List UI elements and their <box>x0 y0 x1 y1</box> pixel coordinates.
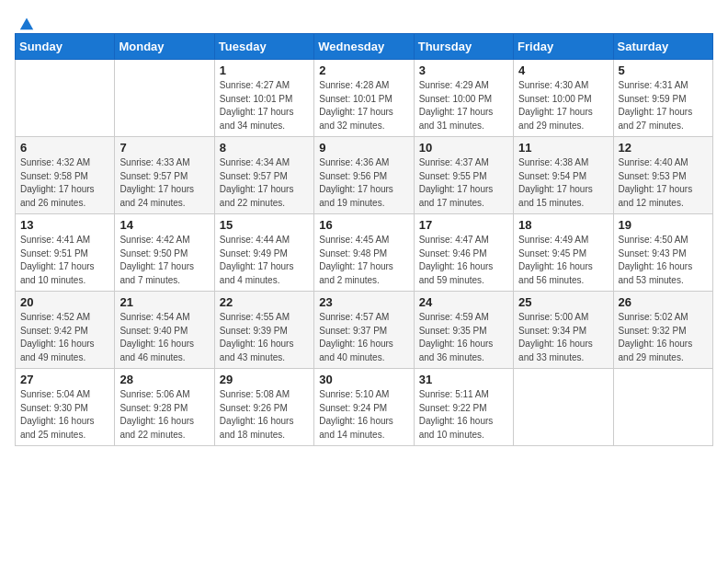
day-number: 24 <box>419 295 508 309</box>
calendar-cell: 12Sunrise: 4:40 AM Sunset: 9:53 PM Dayli… <box>613 137 712 214</box>
calendar-cell: 11Sunrise: 4:38 AM Sunset: 9:54 PM Dayli… <box>514 137 613 214</box>
calendar-cell: 23Sunrise: 4:57 AM Sunset: 9:37 PM Dayli… <box>314 292 414 369</box>
calendar-cell: 31Sunrise: 5:11 AM Sunset: 9:22 PM Dayli… <box>414 369 513 446</box>
calendar-cell: 13Sunrise: 4:41 AM Sunset: 9:51 PM Dayli… <box>16 214 115 292</box>
calendar-cell: 9Sunrise: 4:36 AM Sunset: 9:56 PM Daylig… <box>314 137 414 214</box>
day-number: 21 <box>119 295 209 309</box>
weekday-header: Saturday <box>613 34 712 60</box>
day-number: 10 <box>419 141 508 155</box>
day-info: Sunrise: 4:52 AM Sunset: 9:42 PM Dayligh… <box>20 311 109 364</box>
calendar-week-row: 1Sunrise: 4:27 AM Sunset: 10:01 PM Dayli… <box>16 60 713 137</box>
day-info: Sunrise: 4:33 AM Sunset: 9:57 PM Dayligh… <box>119 156 209 210</box>
calendar-cell: 28Sunrise: 5:06 AM Sunset: 9:28 PM Dayli… <box>115 369 214 446</box>
day-number: 9 <box>319 141 408 155</box>
calendar-cell: 17Sunrise: 4:47 AM Sunset: 9:46 PM Dayli… <box>414 214 513 292</box>
day-number: 19 <box>619 218 708 232</box>
day-info: Sunrise: 4:57 AM Sunset: 9:37 PM Dayligh… <box>319 311 408 364</box>
day-info: Sunrise: 4:29 AM Sunset: 10:00 PM Daylig… <box>419 79 508 132</box>
calendar-cell: 18Sunrise: 4:49 AM Sunset: 9:45 PM Dayli… <box>514 214 613 292</box>
calendar-cell: 19Sunrise: 4:50 AM Sunset: 9:43 PM Dayli… <box>613 214 712 292</box>
day-info: Sunrise: 5:00 AM Sunset: 9:34 PM Dayligh… <box>518 311 608 364</box>
day-info: Sunrise: 5:11 AM Sunset: 9:22 PM Dayligh… <box>419 388 508 442</box>
day-number: 22 <box>220 295 309 309</box>
day-number: 17 <box>419 218 508 232</box>
day-info: Sunrise: 5:08 AM Sunset: 9:26 PM Dayligh… <box>220 388 309 442</box>
weekday-header: Tuesday <box>214 34 313 60</box>
calendar-cell: 6Sunrise: 4:32 AM Sunset: 9:58 PM Daylig… <box>16 137 115 214</box>
day-info: Sunrise: 4:37 AM Sunset: 9:55 PM Dayligh… <box>419 156 508 210</box>
day-number: 5 <box>619 63 708 77</box>
day-number: 26 <box>619 295 708 309</box>
day-number: 7 <box>119 141 209 155</box>
calendar-table: SundayMondayTuesdayWednesdayThursdayFrid… <box>15 33 713 446</box>
day-number: 6 <box>20 141 109 155</box>
calendar-cell: 30Sunrise: 5:10 AM Sunset: 9:24 PM Dayli… <box>314 369 414 446</box>
day-number: 18 <box>518 218 608 232</box>
calendar-cell: 26Sunrise: 5:02 AM Sunset: 9:32 PM Dayli… <box>613 292 712 369</box>
day-number: 2 <box>319 63 408 77</box>
logo-triangle-icon <box>18 15 35 31</box>
calendar-cell: 24Sunrise: 4:59 AM Sunset: 9:35 PM Dayli… <box>414 292 513 369</box>
day-info: Sunrise: 5:10 AM Sunset: 9:24 PM Dayligh… <box>319 388 408 442</box>
weekday-header: Sunday <box>16 34 115 60</box>
day-info: Sunrise: 4:59 AM Sunset: 9:35 PM Dayligh… <box>419 311 508 364</box>
calendar-week-row: 6Sunrise: 4:32 AM Sunset: 9:58 PM Daylig… <box>16 137 713 214</box>
day-info: Sunrise: 4:34 AM Sunset: 9:57 PM Dayligh… <box>220 156 309 210</box>
day-number: 13 <box>20 218 109 232</box>
calendar-cell: 10Sunrise: 4:37 AM Sunset: 9:55 PM Dayli… <box>414 137 513 214</box>
day-info: Sunrise: 4:30 AM Sunset: 10:00 PM Daylig… <box>518 79 608 132</box>
calendar-cell: 5Sunrise: 4:31 AM Sunset: 9:59 PM Daylig… <box>613 60 712 137</box>
day-info: Sunrise: 4:50 AM Sunset: 9:43 PM Dayligh… <box>619 234 708 287</box>
day-info: Sunrise: 4:49 AM Sunset: 9:45 PM Dayligh… <box>518 234 608 287</box>
day-info: Sunrise: 5:04 AM Sunset: 9:30 PM Dayligh… <box>20 388 109 442</box>
calendar-cell: 27Sunrise: 5:04 AM Sunset: 9:30 PM Dayli… <box>16 369 115 446</box>
calendar-cell: 2Sunrise: 4:28 AM Sunset: 10:01 PM Dayli… <box>314 60 414 137</box>
day-info: Sunrise: 5:06 AM Sunset: 9:28 PM Dayligh… <box>119 388 209 442</box>
day-info: Sunrise: 4:31 AM Sunset: 9:59 PM Dayligh… <box>619 79 708 132</box>
weekday-header: Wednesday <box>314 34 414 60</box>
day-number: 20 <box>20 295 109 309</box>
day-number: 25 <box>518 295 608 309</box>
calendar-cell <box>16 60 115 137</box>
calendar-cell: 29Sunrise: 5:08 AM Sunset: 9:26 PM Dayli… <box>214 369 313 446</box>
day-number: 27 <box>20 373 109 386</box>
calendar-cell: 20Sunrise: 4:52 AM Sunset: 9:42 PM Dayli… <box>16 292 115 369</box>
day-info: Sunrise: 4:42 AM Sunset: 9:50 PM Dayligh… <box>119 234 209 287</box>
day-info: Sunrise: 4:44 AM Sunset: 9:49 PM Dayligh… <box>220 234 309 287</box>
day-info: Sunrise: 4:40 AM Sunset: 9:53 PM Dayligh… <box>619 156 708 210</box>
calendar-cell: 21Sunrise: 4:54 AM Sunset: 9:40 PM Dayli… <box>115 292 214 369</box>
calendar-cell <box>514 369 613 446</box>
weekday-header: Friday <box>514 34 613 60</box>
calendar-cell: 16Sunrise: 4:45 AM Sunset: 9:48 PM Dayli… <box>314 214 414 292</box>
day-info: Sunrise: 4:41 AM Sunset: 9:51 PM Dayligh… <box>20 234 109 287</box>
calendar-cell: 25Sunrise: 5:00 AM Sunset: 9:34 PM Dayli… <box>514 292 613 369</box>
calendar-week-row: 13Sunrise: 4:41 AM Sunset: 9:51 PM Dayli… <box>16 214 713 292</box>
calendar-week-row: 20Sunrise: 4:52 AM Sunset: 9:42 PM Dayli… <box>16 292 713 369</box>
day-info: Sunrise: 4:32 AM Sunset: 9:58 PM Dayligh… <box>20 156 109 210</box>
day-info: Sunrise: 4:55 AM Sunset: 9:39 PM Dayligh… <box>220 311 309 364</box>
calendar-cell: 7Sunrise: 4:33 AM Sunset: 9:57 PM Daylig… <box>115 137 214 214</box>
calendar-header-row: SundayMondayTuesdayWednesdayThursdayFrid… <box>16 34 713 60</box>
calendar-cell: 8Sunrise: 4:34 AM Sunset: 9:57 PM Daylig… <box>214 137 313 214</box>
day-number: 1 <box>220 63 309 77</box>
day-info: Sunrise: 4:54 AM Sunset: 9:40 PM Dayligh… <box>119 311 209 364</box>
day-number: 12 <box>619 141 708 155</box>
day-number: 30 <box>319 373 408 386</box>
calendar-cell: 3Sunrise: 4:29 AM Sunset: 10:00 PM Dayli… <box>414 60 513 137</box>
day-number: 29 <box>220 373 309 386</box>
calendar-cell: 14Sunrise: 4:42 AM Sunset: 9:50 PM Dayli… <box>115 214 214 292</box>
weekday-header: Monday <box>115 34 214 60</box>
logo <box>15 15 35 26</box>
day-number: 28 <box>119 373 209 386</box>
calendar-week-row: 27Sunrise: 5:04 AM Sunset: 9:30 PM Dayli… <box>16 369 713 446</box>
day-info: Sunrise: 5:02 AM Sunset: 9:32 PM Dayligh… <box>619 311 708 364</box>
day-number: 4 <box>518 63 608 77</box>
weekday-header: Thursday <box>414 34 513 60</box>
day-info: Sunrise: 4:38 AM Sunset: 9:54 PM Dayligh… <box>518 156 608 210</box>
day-info: Sunrise: 4:36 AM Sunset: 9:56 PM Dayligh… <box>319 156 408 210</box>
day-number: 8 <box>220 141 309 155</box>
day-info: Sunrise: 4:45 AM Sunset: 9:48 PM Dayligh… <box>319 234 408 287</box>
day-number: 11 <box>518 141 608 155</box>
calendar-cell: 22Sunrise: 4:55 AM Sunset: 9:39 PM Dayli… <box>214 292 313 369</box>
day-number: 31 <box>419 373 508 386</box>
